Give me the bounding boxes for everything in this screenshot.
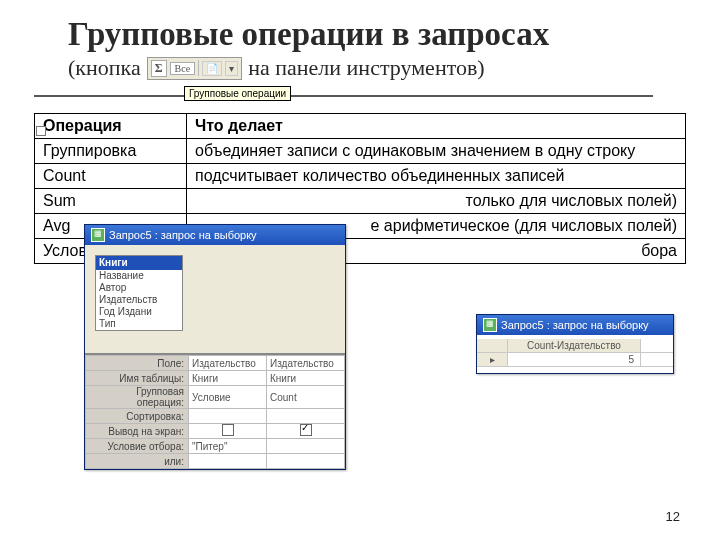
toolbar-fragment: Σ Все 📄 ▾ — [147, 57, 243, 80]
toolbar-btn: ▾ — [225, 61, 238, 76]
titlebar[interactable]: ▦ Запрос5 : запрос на выборку — [85, 225, 345, 245]
list-header: Книги — [96, 256, 182, 270]
query-icon: ▦ — [483, 318, 497, 332]
grid-cell[interactable]: Условие — [189, 386, 267, 409]
grid-label: или: — [86, 454, 189, 469]
th-desc: Что делает — [187, 114, 686, 139]
grid-cell[interactable]: "Питер" — [189, 439, 267, 454]
row-marker — [477, 339, 508, 352]
desc-cell: только для числовых полей) — [187, 189, 686, 214]
list-item[interactable]: Год Издани — [96, 306, 182, 318]
checkbox-icon[interactable] — [222, 424, 234, 436]
grid-label: Поле: — [86, 356, 189, 371]
list-item[interactable]: Название — [96, 270, 182, 282]
grid-cell[interactable]: Книги — [189, 371, 267, 386]
tooltip: Групповые операции — [184, 86, 291, 101]
window-title: Запрос5 : запрос на выборку — [501, 319, 649, 331]
query-icon: ▦ — [91, 228, 105, 242]
grid-cell[interactable]: Издательство — [189, 356, 267, 371]
grid-cell[interactable] — [267, 424, 345, 439]
grid-cell[interactable]: Издательство — [267, 356, 345, 371]
result-body: Count-Издательство ▸ 5 — [477, 335, 673, 373]
query-grid[interactable]: Поле:ИздательствоИздательство Имя таблиц… — [85, 353, 345, 469]
slide-title: Групповые операции в запросах — [68, 16, 686, 53]
th-op: Операция — [35, 114, 187, 139]
desc-cell: подсчитывает количество объединенных зап… — [187, 164, 686, 189]
column-head: Count-Издательство — [508, 339, 641, 352]
divider — [34, 95, 653, 97]
subtitle: (кнопка Σ Все 📄 ▾ на панели инструментов… — [68, 55, 686, 81]
grid-label: Сортировка: — [86, 409, 189, 424]
grid-cell[interactable] — [189, 424, 267, 439]
sep-icon — [198, 60, 199, 76]
grid-label: Вывод на экран: — [86, 424, 189, 439]
grid-cell[interactable]: Count — [267, 386, 345, 409]
query-result-window[interactable]: ▦ Запрос5 : запрос на выборку Count-Изда… — [476, 314, 674, 374]
grid-label: Групповая операция: — [86, 386, 189, 409]
row-marker: ▸ — [477, 353, 508, 366]
subtitle-post: на панели инструментов) — [248, 55, 484, 81]
grid-cell[interactable] — [189, 409, 267, 424]
toolbar-btn: 📄 — [202, 61, 222, 76]
desc-cell: объединяет записи с одинаковым значением… — [187, 139, 686, 164]
subtitle-pre: (кнопка — [68, 55, 141, 81]
grid-cell[interactable] — [267, 454, 345, 469]
grid-label: Имя таблицы: — [86, 371, 189, 386]
grid-cell[interactable] — [267, 439, 345, 454]
result-value: 5 — [508, 353, 641, 366]
list-item[interactable]: Издательств — [96, 294, 182, 306]
op-cell: Sum — [35, 189, 187, 214]
list-item[interactable]: Автор — [96, 282, 182, 294]
op-cell: Count — [35, 164, 187, 189]
dropdown: Все — [170, 62, 196, 75]
grid-cell[interactable] — [189, 454, 267, 469]
checkbox-icon[interactable] — [300, 424, 312, 436]
titlebar[interactable]: ▦ Запрос5 : запрос на выборку — [477, 315, 673, 335]
grid-label: Условие отбора: — [86, 439, 189, 454]
bullet-icon — [36, 126, 46, 136]
list-item[interactable]: Тип — [96, 318, 182, 330]
window-title: Запрос5 : запрос на выборку — [109, 229, 257, 241]
table-listbox[interactable]: Книги Название Автор Издательств Год Изд… — [95, 255, 183, 331]
grid-cell[interactable]: Книги — [267, 371, 345, 386]
sigma-icon: Σ — [151, 60, 167, 77]
query-designer-window[interactable]: ▦ Запрос5 : запрос на выборку Книги Назв… — [84, 224, 346, 470]
page-number: 12 — [666, 509, 680, 524]
op-cell: Группировка — [35, 139, 187, 164]
